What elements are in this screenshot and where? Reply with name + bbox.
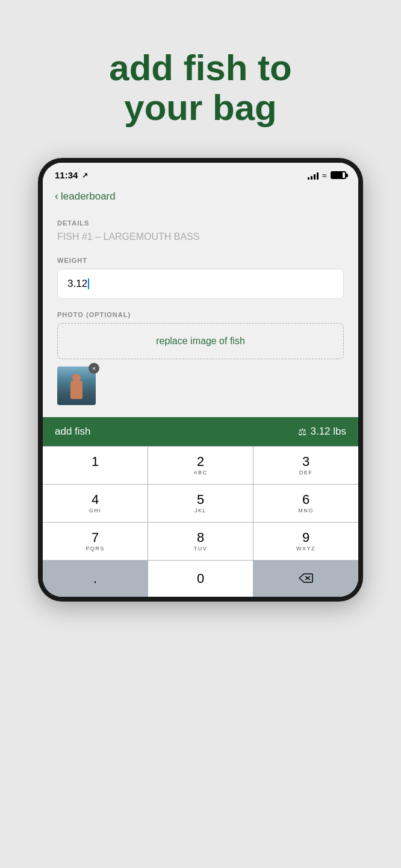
phone-screen: 11:34 ↗ ≈ ‹ leaderboard [43,163,358,597]
weight-display-value: 3.12 lbs [310,426,346,438]
keyboard-row-1: 1 2 ABC 3 DEF [43,446,358,484]
photo-thumbnail-wrapper: × [57,366,96,405]
key-4[interactable]: 4 GHI [43,485,148,522]
location-icon: ↗ [82,171,88,180]
weight-value: 3.12 [67,278,334,290]
scale-icon: ⚖ [298,426,306,438]
key-5[interactable]: 5 JKL [148,485,253,522]
battery-icon [331,171,346,179]
delete-icon [299,572,313,586]
back-label: leaderboard [61,190,116,203]
wifi-icon: ≈ [322,171,327,180]
status-bar: 11:34 ↗ ≈ [43,163,358,185]
signal-bars-icon [308,171,319,180]
content-area: DETAILS FISH #1 – LARGEMOUTH BASS WEIGHT… [43,210,358,417]
key-0[interactable]: 0 [148,561,253,597]
bottom-bar: add fish ⚖ 3.12 lbs [43,417,358,446]
replace-image-button[interactable]: replace image of fish [57,323,344,359]
chevron-left-icon: ‹ [55,190,58,203]
numeric-keyboard: 1 2 ABC 3 DEF 4 GHI 5 [43,446,358,597]
key-2[interactable]: 2 ABC [148,447,253,484]
key-3[interactable]: 3 DEF [253,447,358,484]
weight-summary: ⚖ 3.12 lbs [298,426,346,438]
key-8[interactable]: 8 TUV [148,523,253,560]
photo-remove-button[interactable]: × [89,363,99,374]
hero-title: add fish to your bag [73,48,328,128]
status-time: 11:34 ↗ [55,170,88,180]
keyboard-row-2: 4 GHI 5 JKL 6 MNO [43,484,358,522]
status-icons: ≈ [308,171,346,180]
photo-label: PHOTO (optional) [57,311,344,318]
key-6[interactable]: 6 MNO [253,485,358,522]
key-9[interactable]: 9 WXYZ [253,523,358,560]
phone-mockup: 11:34 ↗ ≈ ‹ leaderboard [38,158,363,602]
keyboard-row-3: 7 PQRS 8 TUV 9 WXYZ [43,522,358,560]
add-fish-button[interactable]: add fish [55,426,91,438]
back-button[interactable]: ‹ leaderboard [55,190,346,203]
key-1[interactable]: 1 [43,447,148,484]
key-7[interactable]: 7 PQRS [43,523,148,560]
details-label: DETAILS [57,219,344,227]
nav-bar: ‹ leaderboard [43,185,358,210]
weight-label: WEIGHT [57,257,344,264]
key-decimal[interactable]: . [43,561,148,597]
key-delete[interactable] [253,561,358,597]
keyboard-row-4: . 0 [43,560,358,597]
weight-input-field[interactable]: 3.12 [57,269,344,299]
fish-name: FISH #1 – LARGEMOUTH BASS [57,231,344,242]
